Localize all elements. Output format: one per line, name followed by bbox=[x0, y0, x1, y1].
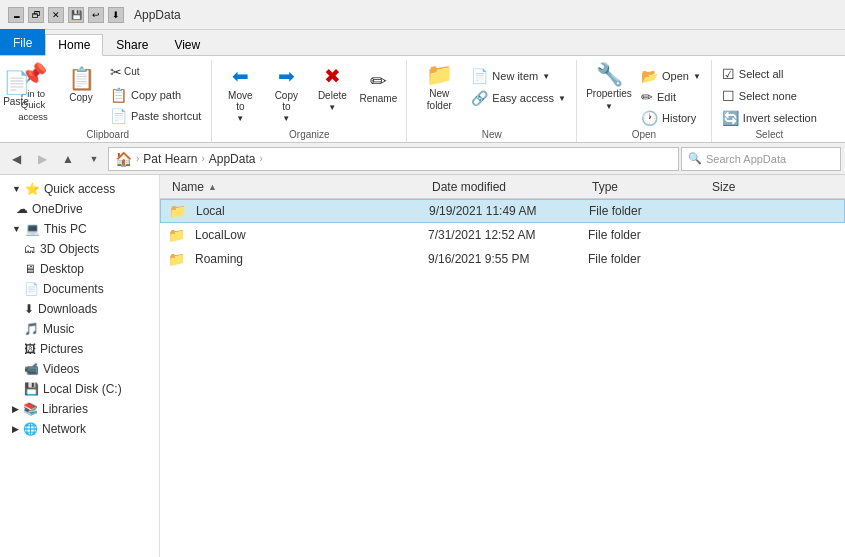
minimize-icon[interactable]: 🗕 bbox=[8, 7, 24, 23]
open-btn[interactable]: 📂 Open ▼ bbox=[637, 66, 705, 86]
delete-button[interactable]: ✖ Delete ▼ bbox=[310, 60, 354, 116]
new-item-arrow: ▼ bbox=[542, 72, 550, 81]
file-name-label-localLow: LocalLow bbox=[195, 228, 246, 242]
tab-file[interactable]: File bbox=[0, 29, 45, 55]
sidebar-item-pictures[interactable]: 🖼 Pictures bbox=[0, 339, 159, 359]
file-type-roaming: File folder bbox=[588, 252, 708, 266]
select-none-icon: ☐ bbox=[722, 88, 735, 104]
properties-icon: 🔧 bbox=[596, 64, 623, 86]
file-row-localLow[interactable]: 📁 LocalLow 7/31/2021 12:52 AM File folde… bbox=[160, 223, 845, 247]
select-all-icon: ☑ bbox=[722, 66, 735, 82]
address-bar[interactable]: 🏠 › Pat Hearn › AppData › bbox=[108, 147, 679, 171]
edit-label: Edit bbox=[657, 91, 676, 103]
ribbon-group-select: ☑ Select all ☐ Select none 🔄 Invert sele… bbox=[712, 60, 827, 142]
copy-to-label: Copyto bbox=[275, 90, 298, 112]
invert-selection-button[interactable]: 🔄 Invert selection bbox=[718, 108, 821, 128]
col-header-type[interactable]: Type bbox=[588, 178, 708, 196]
select-label: Select bbox=[712, 129, 827, 140]
tab-share[interactable]: Share bbox=[103, 33, 161, 55]
properties-small-icon[interactable]: ⬇ bbox=[108, 7, 124, 23]
move-to-arrow: ▼ bbox=[236, 114, 244, 123]
paste-button[interactable]: ✂ Cut bbox=[106, 60, 162, 84]
file-row-local[interactable]: 📁 Local 9/19/2021 11:49 AM File folder bbox=[160, 199, 845, 223]
forward-button[interactable]: ▶ bbox=[30, 147, 54, 171]
up-button[interactable]: ▲ bbox=[56, 147, 80, 171]
delete-label: Delete bbox=[318, 90, 347, 101]
file-name-label-roaming: Roaming bbox=[195, 252, 243, 266]
sort-arrow: ▲ bbox=[208, 182, 217, 192]
col-header-size[interactable]: Size bbox=[708, 178, 788, 196]
sidebar-item-local-disk[interactable]: 💾 Local Disk (C:) bbox=[0, 379, 159, 399]
paste-shortcut-button[interactable]: 📄 Paste shortcut bbox=[106, 106, 205, 126]
file-row-roaming[interactable]: 📁 Roaming 9/16/2021 9:55 PM File folder bbox=[160, 247, 845, 271]
sidebar-item-downloads[interactable]: ⬇ Downloads bbox=[0, 299, 159, 319]
network-label: Network bbox=[42, 422, 86, 436]
col-size-label: Size bbox=[712, 180, 735, 194]
easy-access-button[interactable]: 🔗 Easy access ▼ bbox=[467, 88, 570, 108]
sidebar-item-onedrive[interactable]: ☁ OneDrive bbox=[0, 199, 159, 219]
ribbon-group-organize: ⬅ Moveto ▼ ➡ Copyto ▼ ✖ Delete ▼ ✏ Renam… bbox=[212, 60, 407, 142]
ribbon: 📌 Pin to Quickaccess 📋 Copy ✂ Cut 📋 Copy… bbox=[0, 56, 845, 143]
col-header-date[interactable]: Date modified bbox=[428, 178, 588, 196]
close-icon[interactable]: ✕ bbox=[48, 7, 64, 23]
ribbon-group-new: 📁 Newfolder 📄 New item ▼ 🔗 Easy access ▼… bbox=[407, 60, 577, 142]
file-date-localLow: 7/31/2021 12:52 AM bbox=[428, 228, 588, 242]
network-expand: ▶ bbox=[12, 424, 19, 434]
sidebar-item-music[interactable]: 🎵 Music bbox=[0, 319, 159, 339]
sidebar-item-desktop[interactable]: 🖥 Desktop bbox=[0, 259, 159, 279]
file-name-local: 📁 Local bbox=[169, 203, 429, 219]
copy-path-icon: 📋 bbox=[110, 87, 127, 103]
move-to-icon: ⬅ bbox=[232, 64, 249, 88]
new-item-button[interactable]: 📄 New item ▼ bbox=[467, 66, 570, 86]
quick-access-expand: ▼ bbox=[12, 184, 21, 194]
videos-label: Videos bbox=[43, 362, 79, 376]
file-list: Name ▲ Date modified Type Size 📁 Local 9… bbox=[160, 175, 845, 557]
documents-label: Documents bbox=[43, 282, 104, 296]
sidebar-item-libraries[interactable]: ▶ 📚 Libraries bbox=[0, 399, 159, 419]
sidebar-item-videos[interactable]: 📹 Videos bbox=[0, 359, 159, 379]
copy-path-button[interactable]: 📋 Copy path bbox=[106, 85, 205, 105]
address-bar-area: ◀ ▶ ▲ ▼ 🏠 › Pat Hearn › AppData › 🔍 Sear… bbox=[0, 143, 845, 175]
folder-icon-roaming: 📁 bbox=[168, 251, 185, 267]
recent-button[interactable]: ▼ bbox=[82, 147, 106, 171]
sidebar-item-network[interactable]: ▶ 🌐 Network bbox=[0, 419, 159, 439]
downloads-icon: ⬇ bbox=[24, 302, 34, 316]
tab-view[interactable]: View bbox=[161, 33, 213, 55]
save-icon[interactable]: 💾 bbox=[68, 7, 84, 23]
open-label: Open bbox=[662, 70, 689, 82]
ribbon-group-open: 🔧 Properties ▼ 📂 Open ▼ ✏ Edit 🕐 History bbox=[577, 60, 712, 142]
sidebar-item-quick-access[interactable]: ▼ ⭐ Quick access bbox=[0, 179, 159, 199]
paste-button-main[interactable]: 📄 Paste bbox=[0, 64, 38, 116]
onedrive-icon: ☁ bbox=[16, 202, 28, 216]
sidebar: ▼ ⭐ Quick access ☁ OneDrive ▼ 💻 This PC … bbox=[0, 175, 160, 557]
tab-home[interactable]: Home bbox=[45, 34, 103, 56]
file-name-label-local: Local bbox=[196, 204, 225, 218]
maximize-icon[interactable]: 🗗 bbox=[28, 7, 44, 23]
move-to-button[interactable]: ⬅ Moveto ▼ bbox=[218, 60, 262, 127]
rename-button[interactable]: ✏ Rename bbox=[356, 60, 400, 116]
col-header-name[interactable]: Name ▲ bbox=[168, 178, 428, 196]
desktop-icon: 🖥 bbox=[24, 262, 36, 276]
new-folder-label: Newfolder bbox=[427, 88, 452, 112]
back-button[interactable]: ◀ bbox=[4, 147, 28, 171]
undo-icon[interactable]: ↩ bbox=[88, 7, 104, 23]
sidebar-item-3d-objects[interactable]: 🗂 3D Objects bbox=[0, 239, 159, 259]
libraries-label: Libraries bbox=[42, 402, 88, 416]
search-box[interactable]: 🔍 Search AppData bbox=[681, 147, 841, 171]
copy-to-button[interactable]: ➡ Copyto ▼ bbox=[264, 60, 308, 127]
edit-button[interactable]: ✏ Edit bbox=[637, 87, 705, 107]
select-none-button[interactable]: ☐ Select none bbox=[718, 86, 821, 106]
sidebar-item-documents[interactable]: 📄 Documents bbox=[0, 279, 159, 299]
breadcrumb-appdata[interactable]: AppData bbox=[209, 152, 256, 166]
new-folder-button[interactable]: 📁 Newfolder bbox=[413, 60, 465, 116]
breadcrumb-pat-hearn[interactable]: Pat Hearn bbox=[143, 152, 197, 166]
properties-button[interactable]: 🔧 Properties ▼ bbox=[583, 60, 635, 116]
easy-access-arrow: ▼ bbox=[558, 94, 566, 103]
copy-label: Copy bbox=[69, 92, 92, 104]
select-all-button[interactable]: ☑ Select all bbox=[718, 64, 821, 84]
col-name-label: Name bbox=[172, 180, 204, 194]
history-button[interactable]: 🕐 History bbox=[637, 108, 705, 128]
music-icon: 🎵 bbox=[24, 322, 39, 336]
sidebar-item-this-pc[interactable]: ▼ 💻 This PC bbox=[0, 219, 159, 239]
copy-button[interactable]: 📋 Copy bbox=[58, 60, 104, 112]
